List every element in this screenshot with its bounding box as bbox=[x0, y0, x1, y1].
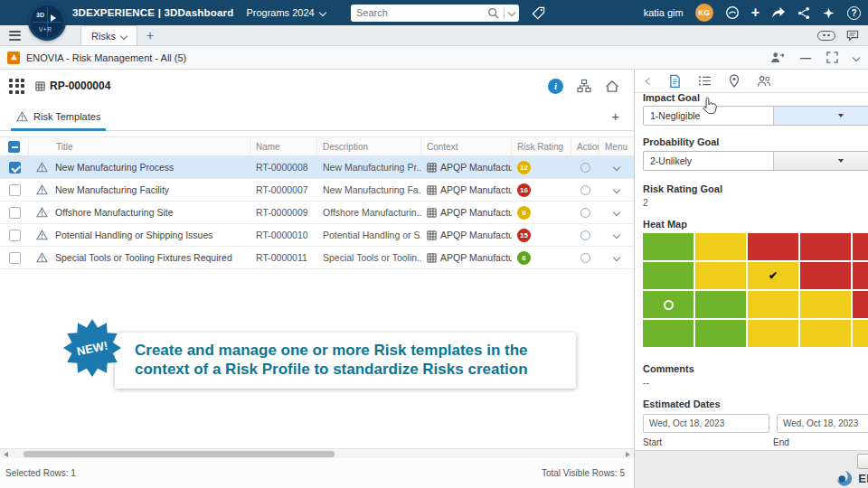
share-nodes-icon[interactable] bbox=[797, 6, 810, 20]
scroll-right-arrow[interactable] bbox=[626, 452, 630, 457]
row-menu-chevron-icon[interactable] bbox=[613, 254, 620, 261]
minimize-icon[interactable]: — bbox=[800, 52, 811, 63]
person-arrow-icon[interactable] bbox=[770, 52, 785, 63]
select-all-checkbox[interactable] bbox=[8, 141, 20, 153]
column-description[interactable]: Description bbox=[317, 137, 421, 155]
row-action-radio[interactable] bbox=[580, 185, 590, 195]
heatmap-cell-r0c0[interactable] bbox=[643, 233, 693, 260]
row-title[interactable]: New Manufacturing Facility bbox=[55, 184, 169, 195]
structure-icon[interactable] bbox=[577, 79, 591, 93]
row-menu-chevron-icon[interactable] bbox=[613, 186, 620, 193]
row-menu-chevron-icon[interactable] bbox=[613, 164, 620, 171]
comments-icon[interactable] bbox=[846, 30, 859, 42]
panel-prev-icon[interactable] bbox=[646, 77, 653, 84]
row-action-radio[interactable] bbox=[580, 230, 590, 240]
app-grid-icon[interactable] bbox=[9, 79, 24, 94]
heatmap-cell-r0c3[interactable] bbox=[800, 233, 851, 260]
heatmap-cell-r3c4[interactable] bbox=[853, 320, 868, 347]
table-row[interactable]: Special Tools or Tooling Fixtures Requir… bbox=[0, 247, 634, 269]
column-action[interactable]: Action bbox=[571, 137, 599, 155]
checklist-tab-icon[interactable] bbox=[698, 75, 712, 87]
heatmap-cell-r3c1[interactable] bbox=[695, 320, 746, 347]
help-icon[interactable]: ? bbox=[847, 6, 861, 20]
compass-logo[interactable]: 3D V+R bbox=[28, 3, 66, 41]
probability-goal-select[interactable]: 2-Unlikely bbox=[643, 151, 868, 171]
assistant-icon[interactable] bbox=[725, 5, 740, 20]
row-checkbox[interactable] bbox=[9, 162, 21, 174]
row-checkbox[interactable] bbox=[9, 230, 21, 241]
heatmap-cell-r0c1[interactable] bbox=[695, 233, 746, 260]
heatmap-cell-r2c4[interactable] bbox=[853, 291, 868, 318]
row-title[interactable]: Potential Handling or Shipping Issues bbox=[55, 230, 213, 240]
add-view-button[interactable]: + bbox=[611, 109, 619, 123]
end-date-field[interactable] bbox=[777, 414, 868, 433]
visibility-toggle-icon[interactable] bbox=[817, 31, 835, 41]
horizontal-scrollbar-thumb[interactable] bbox=[24, 451, 335, 457]
document-tab-icon[interactable] bbox=[669, 74, 681, 88]
impact-goal-select[interactable]: 1-Negligible bbox=[643, 106, 868, 126]
heatmap-cell-r2c0[interactable] bbox=[643, 291, 693, 318]
close-button[interactable]: Close bbox=[857, 454, 868, 469]
heatmap-cell-r0c2[interactable] bbox=[748, 233, 798, 260]
row-checkbox[interactable] bbox=[9, 184, 21, 196]
row-title[interactable]: New Manufacturing Process bbox=[55, 162, 174, 173]
info-icon[interactable]: i bbox=[548, 79, 563, 94]
row-menu-chevron-icon[interactable] bbox=[613, 231, 620, 239]
row-action-radio[interactable] bbox=[580, 208, 590, 218]
tab-risk-templates[interactable]: Risk Templates bbox=[11, 102, 106, 130]
heatmap-cell-r1c3[interactable] bbox=[800, 262, 851, 289]
horizontal-scrollbar[interactable] bbox=[0, 448, 634, 458]
column-name[interactable]: Name bbox=[250, 137, 317, 155]
row-checkbox[interactable] bbox=[9, 252, 21, 264]
row-menu-chevron-icon[interactable] bbox=[613, 209, 620, 216]
heatmap-cell-r2c2[interactable] bbox=[748, 291, 798, 318]
row-title[interactable]: Special Tools or Tooling Fixtures Requir… bbox=[55, 252, 232, 263]
heatmap-cell-r0c4[interactable] bbox=[853, 233, 868, 260]
table-row[interactable]: Potential Handling or Shipping Issues RT… bbox=[0, 224, 634, 247]
heatmap-cell-r2c1[interactable] bbox=[695, 291, 746, 318]
search-input[interactable] bbox=[351, 7, 487, 18]
share-arrow-icon[interactable] bbox=[771, 6, 786, 19]
menu-icon[interactable] bbox=[9, 31, 21, 41]
home-icon[interactable] bbox=[605, 80, 619, 93]
row-checkbox[interactable] bbox=[9, 207, 21, 219]
scroll-left-arrow[interactable] bbox=[4, 452, 8, 457]
row-title[interactable]: Offshore Manufacturing Site bbox=[55, 207, 174, 218]
heatmap-cell-r1c4[interactable] bbox=[853, 262, 868, 289]
heatmap-cell-r2c3[interactable] bbox=[800, 291, 851, 318]
column-risk-rating[interactable]: Risk Rating bbox=[512, 137, 571, 155]
location-tab-icon[interactable] bbox=[729, 74, 740, 88]
sparkles-icon[interactable] bbox=[822, 6, 835, 20]
probability-goal-dropdown-button[interactable] bbox=[773, 152, 868, 170]
column-title[interactable]: Title bbox=[29, 137, 250, 155]
expand-icon[interactable] bbox=[826, 52, 838, 63]
heatmap-cell-r1c2[interactable]: ✔ bbox=[748, 262, 798, 289]
row-description: Special Tools or Toolin... bbox=[317, 247, 421, 268]
table-row[interactable]: Offshore Manufacturing Site RT-0000009 O… bbox=[0, 202, 634, 224]
impact-goal-dropdown-button[interactable] bbox=[773, 107, 868, 125]
members-tab-icon[interactable] bbox=[757, 75, 771, 87]
table-row[interactable]: New Manufacturing Facility RT-0000007 Ne… bbox=[0, 179, 634, 202]
programs-menu[interactable]: Programs 2024 bbox=[246, 7, 325, 18]
object-header: RP-0000004 i bbox=[0, 70, 634, 102]
heatmap-cell-r3c3[interactable] bbox=[800, 320, 851, 347]
column-menu[interactable]: Menu bbox=[599, 137, 634, 155]
heatmap-cell-r3c2[interactable] bbox=[748, 320, 798, 347]
tag-icon[interactable] bbox=[532, 6, 545, 20]
avatar[interactable]: KG bbox=[695, 4, 713, 22]
collapse-chevron-icon[interactable] bbox=[853, 53, 860, 61]
search-options-chevron-icon[interactable] bbox=[508, 9, 515, 16]
heatmap-cell-r1c1[interactable] bbox=[695, 262, 746, 289]
column-context[interactable]: Context bbox=[421, 137, 512, 155]
table-row[interactable]: New Manufacturing Process RT-0000008 New… bbox=[0, 156, 634, 179]
add-icon[interactable]: + bbox=[751, 5, 760, 20]
tab-risks[interactable]: Risks bbox=[80, 25, 137, 45]
heatmap-cell-r1c0[interactable] bbox=[643, 262, 693, 289]
row-action-radio[interactable] bbox=[580, 163, 590, 173]
heatmap-cell-r3c0[interactable] bbox=[643, 320, 693, 347]
start-date-field[interactable] bbox=[643, 414, 769, 433]
row-action-radio[interactable] bbox=[580, 253, 590, 263]
user-name[interactable]: katia gim bbox=[644, 7, 684, 18]
add-tab-button[interactable]: + bbox=[146, 29, 154, 42]
search-icon[interactable] bbox=[487, 7, 499, 19]
